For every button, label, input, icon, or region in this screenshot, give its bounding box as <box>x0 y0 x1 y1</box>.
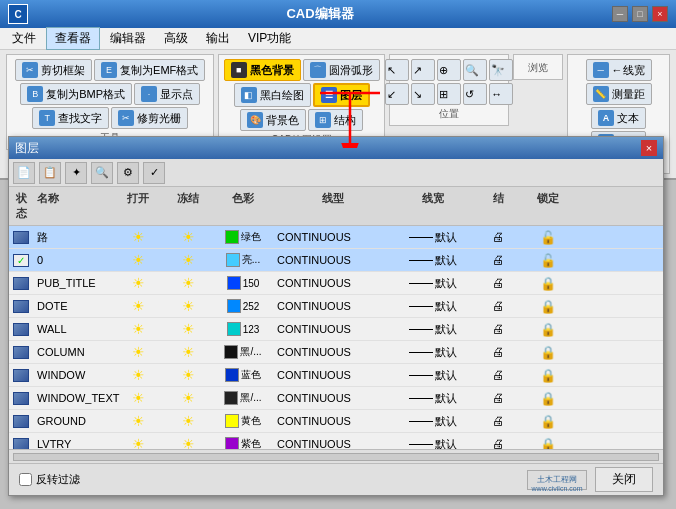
cell-print[interactable]: 🖨 <box>473 318 523 340</box>
toolbar-black-bg[interactable]: ■ 黑色背景 <box>224 59 301 81</box>
cell-lock[interactable]: 🔒 <box>523 318 573 340</box>
toolbar-show-points[interactable]: · 显示点 <box>134 83 200 105</box>
toolbar-copy-bmp[interactable]: B 复制为BMP格式 <box>20 83 132 105</box>
btn-text[interactable]: A 文本 <box>591 107 646 129</box>
cell-open[interactable]: ☀ <box>113 410 163 432</box>
toolbar-layer[interactable]: ☰ 图层 <box>313 83 370 107</box>
toolbar-cut-frame[interactable]: ✂ 剪切框架 <box>15 59 92 81</box>
toolbar-arc[interactable]: ⌒ 圆滑弧形 <box>303 59 380 81</box>
cell-freeze[interactable]: ☀ <box>163 341 213 363</box>
cell-color[interactable]: 亮... <box>213 249 273 271</box>
close-button[interactable]: × <box>652 6 668 22</box>
cell-freeze[interactable]: ☀ <box>163 249 213 271</box>
invert-filter-checkbox[interactable] <box>19 473 32 486</box>
cell-open[interactable]: ☀ <box>113 318 163 340</box>
cell-linetype[interactable]: CONTINUOUS <box>273 341 393 363</box>
horizontal-scrollbar[interactable] <box>9 449 663 463</box>
cell-color[interactable]: 黑/... <box>213 341 273 363</box>
maximize-button[interactable]: □ <box>632 6 648 22</box>
cell-linetype[interactable]: CONTINUOUS <box>273 433 393 449</box>
cell-print[interactable]: 🖨 <box>473 249 523 271</box>
cell-freeze[interactable]: ☀ <box>163 387 213 409</box>
cell-lock[interactable]: 🔒 <box>523 341 573 363</box>
layer-settings-btn[interactable]: ⚙ <box>117 162 139 184</box>
layer-copy-btn[interactable]: 📋 <box>39 162 61 184</box>
toolbar-bg-color[interactable]: 🎨 背景色 <box>240 109 306 131</box>
cell-lock[interactable]: 🔓 <box>523 249 573 271</box>
btn-mirror[interactable]: ↔ <box>489 83 513 105</box>
cell-linewidth[interactable]: 默认 <box>393 433 473 449</box>
cell-linewidth[interactable]: 默认 <box>393 387 473 409</box>
cell-linewidth[interactable]: 默认 <box>393 272 473 294</box>
cell-lock[interactable]: 🔓 <box>523 226 573 248</box>
cell-color[interactable]: 蓝色 <box>213 364 273 386</box>
layer-filter-btn[interactable]: 🔍 <box>91 162 113 184</box>
table-row[interactable]: ✓0☀☀亮...CONTINUOUS默认🖨🔓 <box>9 249 663 272</box>
toolbar-trim-raster[interactable]: ✂ 修剪光栅 <box>111 107 188 129</box>
cell-open[interactable]: ☀ <box>113 341 163 363</box>
btn-pan-ul[interactable]: ↖ <box>385 59 409 81</box>
cell-linewidth[interactable]: 默认 <box>393 318 473 340</box>
cell-linetype[interactable]: CONTINUOUS <box>273 410 393 432</box>
cell-linewidth[interactable]: 默认 <box>393 364 473 386</box>
hscroll-thumb[interactable] <box>13 453 659 461</box>
cell-color[interactable]: 绿色 <box>213 226 273 248</box>
cell-linetype[interactable]: CONTINUOUS <box>273 387 393 409</box>
table-row[interactable]: WINDOW_TEXT☀☀黑/...CONTINUOUS默认🖨🔒 <box>9 387 663 410</box>
table-row[interactable]: GROUND☀☀黄色CONTINUOUS默认🖨🔒 <box>9 410 663 433</box>
cell-freeze[interactable]: ☀ <box>163 295 213 317</box>
btn-zoom-out[interactable]: 🔭 <box>489 59 513 81</box>
cell-print[interactable]: 🖨 <box>473 364 523 386</box>
cell-linetype[interactable]: CONTINUOUS <box>273 249 393 271</box>
cell-open[interactable]: ☀ <box>113 272 163 294</box>
cell-lock[interactable]: 🔒 <box>523 433 573 449</box>
cell-open[interactable]: ☀ <box>113 249 163 271</box>
menu-editor[interactable]: 编辑器 <box>102 28 154 49</box>
cell-open[interactable]: ☀ <box>113 364 163 386</box>
toolbar-copy-emf[interactable]: E 复制为EMF格式 <box>94 59 205 81</box>
table-row[interactable]: COLUMN☀☀黑/...CONTINUOUS默认🖨🔒 <box>9 341 663 364</box>
cell-print[interactable]: 🖨 <box>473 272 523 294</box>
cell-linewidth[interactable]: 默认 <box>393 410 473 432</box>
btn-pan-dr[interactable]: ↘ <box>411 83 435 105</box>
cell-print[interactable]: 🖨 <box>473 433 523 449</box>
cell-linetype[interactable]: CONTINUOUS <box>273 318 393 340</box>
layer-close-button[interactable]: × <box>641 140 657 156</box>
cell-print[interactable]: 🖨 <box>473 387 523 409</box>
cell-color[interactable]: 紫色 <box>213 433 273 449</box>
cell-freeze[interactable]: ☀ <box>163 410 213 432</box>
btn-pan-dl[interactable]: ↙ <box>385 83 409 105</box>
cell-lock[interactable]: 🔒 <box>523 272 573 294</box>
cell-linewidth[interactable]: 默认 <box>393 226 473 248</box>
menu-output[interactable]: 输出 <box>198 28 238 49</box>
cell-lock[interactable]: 🔒 <box>523 295 573 317</box>
table-row[interactable]: LVTRY☀☀紫色CONTINUOUS默认🖨🔒 <box>9 433 663 449</box>
cell-color[interactable]: 123 <box>213 318 273 340</box>
toolbar-structure[interactable]: ⊞ 结构 <box>308 109 363 131</box>
cell-freeze[interactable]: ☀ <box>163 272 213 294</box>
cell-linewidth[interactable]: 默认 <box>393 249 473 271</box>
cell-lock[interactable]: 🔒 <box>523 387 573 409</box>
cell-linetype[interactable]: CONTINUOUS <box>273 226 393 248</box>
table-row[interactable]: WINDOW☀☀蓝色CONTINUOUS默认🖨🔒 <box>9 364 663 387</box>
layer-check-btn[interactable]: ✓ <box>143 162 165 184</box>
cell-linewidth[interactable]: 默认 <box>393 341 473 363</box>
cell-linewidth[interactable]: 默认 <box>393 295 473 317</box>
menu-advanced[interactable]: 高级 <box>156 28 196 49</box>
btn-measure[interactable]: 📏 测量距 <box>586 83 652 105</box>
layer-footer-close[interactable]: 关闭 <box>595 467 653 492</box>
cell-color[interactable]: 150 <box>213 272 273 294</box>
layer-delete-btn[interactable]: ✦ <box>65 162 87 184</box>
minimize-button[interactable]: ─ <box>612 6 628 22</box>
cell-open[interactable]: ☀ <box>113 226 163 248</box>
cell-linetype[interactable]: CONTINUOUS <box>273 295 393 317</box>
table-row[interactable]: WALL☀☀123CONTINUOUS默认🖨🔒 <box>9 318 663 341</box>
cell-open[interactable]: ☀ <box>113 433 163 449</box>
cell-color[interactable]: 黑/... <box>213 387 273 409</box>
table-row[interactable]: 路☀☀绿色CONTINUOUS默认🖨🔓 <box>9 226 663 249</box>
cell-lock[interactable]: 🔒 <box>523 364 573 386</box>
cell-freeze[interactable]: ☀ <box>163 433 213 449</box>
cell-color[interactable]: 黄色 <box>213 410 273 432</box>
layer-new-btn[interactable]: 📄 <box>13 162 35 184</box>
table-row[interactable]: PUB_TITLE☀☀150CONTINUOUS默认🖨🔒 <box>9 272 663 295</box>
